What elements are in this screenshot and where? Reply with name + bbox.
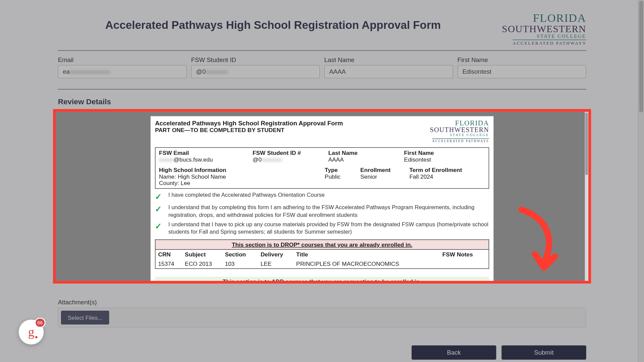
doc-enroll-value: Senior (360, 173, 400, 180)
doc-first-label: First Name (404, 149, 485, 156)
dot-icon (35, 336, 38, 339)
doc-email-value: xxxxx@bucs.fsw.edu (159, 156, 246, 163)
doc-logo: FLORIDA SOUTHWESTERN STATE COLLEGE ACCEL… (422, 120, 489, 143)
doc-id-label: FSW Student ID # (253, 149, 321, 156)
doc-hs-county: County: Lee (159, 180, 321, 187)
doc-title: Accelerated Pathways High School Registr… (155, 120, 343, 127)
email-field[interactable]: eaxxxxxxxxxxxxx (58, 65, 187, 78)
assistant-widget[interactable]: g 66 (19, 320, 44, 345)
doc-acknowledgements: ✓ I have completed the Accelerated Pathw… (155, 191, 489, 236)
footer-buttons: Back Submit (0, 327, 644, 360)
check-icon: ✓ (155, 204, 162, 215)
doc-id-value: @0xxxxxxx (253, 156, 321, 163)
assistant-widget-glyph: g (28, 325, 35, 339)
review-details-heading: Review Details (0, 89, 644, 109)
doc-hs-name: Name: High School Name (159, 173, 321, 180)
page-scrollbar-thumb[interactable] (639, 1, 643, 112)
doc-hs-label: High School Information (159, 167, 321, 173)
doc-term-value: Fall 2024 (409, 173, 462, 180)
doc-type-value: Public (325, 173, 352, 180)
submit-button[interactable]: Submit (501, 346, 586, 360)
review-viewport[interactable]: Accelerated Pathways High School Registr… (56, 112, 588, 281)
student-id-field[interactable]: @0xxxxxxx (191, 65, 320, 78)
logo-southwestern: SOUTHWESTERN (488, 24, 586, 34)
embedded-document: Accelerated Pathways High School Registr… (151, 116, 494, 281)
ack-row: ✓ I have completed the Accelerated Pathw… (155, 191, 489, 202)
review-area: Accelerated Pathways High School Registr… (56, 112, 588, 281)
attachments-box[interactable]: Select Files... (58, 308, 586, 328)
ack-row: ✓ I understand that by completing this f… (155, 204, 489, 219)
doc-term-label: Term of Enrollment (409, 167, 462, 173)
back-button[interactable]: Back (412, 346, 496, 360)
ack-text: I have completed the Accelerated Pathway… (168, 191, 325, 199)
doc-last-label: Last Name (328, 149, 397, 156)
doc-last-value: AAAA (328, 156, 397, 163)
last-name-value: AAAA (329, 68, 346, 75)
email-label: Email (58, 56, 187, 63)
ack-row: ✓ I understand that I have to pick up an… (155, 221, 489, 236)
check-icon: ✓ (155, 221, 162, 232)
review-scrollbar[interactable] (585, 112, 589, 281)
ack-text: I understand that I have to pick up any … (168, 221, 489, 236)
first-name-value: Edisontest (462, 68, 491, 75)
header: Accelerated Pathways High School Registr… (0, 0, 644, 46)
last-name-field[interactable]: AAAA (324, 65, 453, 78)
drop-table-header: CRN Subject Section Delivery Title FSW N… (155, 250, 488, 259)
review-scrollbar-thumb[interactable] (585, 113, 588, 175)
ack-text: I understand that by completing this for… (168, 204, 489, 219)
student-info-row: Email eaxxxxxxxxxxxxx FSW Student ID @0x… (0, 51, 644, 78)
attachments-label: Attachment(s) (0, 281, 644, 308)
logo: FLORIDA SOUTHWESTERN STATE COLLEGE ACCEL… (488, 12, 586, 46)
check-icon: ✓ (155, 191, 162, 202)
drop-section-header: This section is to DROP* courses that yo… (155, 239, 489, 249)
email-value: eaxxxxxxxxxxxxx (63, 68, 110, 75)
last-name-label: Last Name (324, 56, 453, 63)
logo-florida: FLORIDA (488, 12, 586, 24)
add-section-header: This section is to ADD courses that you … (155, 277, 489, 281)
logo-accelerated-pathways: ACCELERATED PATHWAYS (513, 40, 586, 45)
doc-first-value: Edisontest (404, 156, 485, 163)
doc-info-box: FSW Email xxxxx@bucs.fsw.edu FSW Student… (155, 147, 489, 189)
doc-email-label: FSW Email (159, 149, 246, 156)
page-title: Accelerated Pathways High School Registr… (58, 12, 488, 32)
select-files-button[interactable]: Select Files... (61, 311, 109, 324)
student-id-value: @0xxxxxxx (196, 68, 227, 75)
drop-table-row: 15374 ECO 2013 103 LEE PRINCIPLES OF MAC… (155, 259, 488, 268)
assistant-widget-badge: 66 (35, 318, 45, 327)
drop-table: CRN Subject Section Delivery Title FSW N… (155, 249, 489, 268)
page-scrollbar[interactable] (638, 0, 644, 362)
doc-enroll-label: Enrollment (360, 167, 400, 173)
first-name-field[interactable]: Edisontest (458, 65, 586, 78)
student-id-label: FSW Student ID (191, 56, 320, 63)
doc-type-label: Type (325, 167, 352, 173)
page: Accelerated Pathways High School Registr… (0, 0, 644, 362)
logo-state-college: STATE COLLEGE (488, 34, 586, 39)
first-name-label: First Name (458, 56, 586, 63)
doc-part: PART ONE—TO BE COMPLETED BY STUDENT (155, 127, 343, 133)
